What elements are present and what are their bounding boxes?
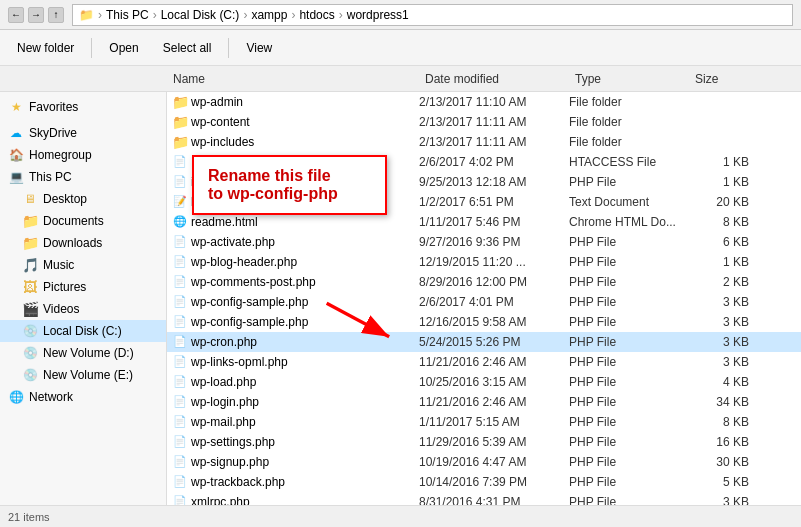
table-row[interactable]: 📄 wp-cron.php 5/24/2015 5:26 PM PHP File…	[167, 332, 801, 352]
col-header-size[interactable]: Size	[689, 66, 759, 92]
sidebar-item-desktop[interactable]: 🖥 Desktop	[0, 188, 166, 210]
file-size: 20 KB	[689, 195, 749, 209]
sidebar-item-network[interactable]: 🌐 Network	[0, 386, 166, 408]
file-date: 11/21/2016 2:46 AM	[419, 395, 569, 409]
file-date: 2/13/2017 11:10 AM	[419, 95, 569, 109]
file-name: wp-signup.php	[189, 455, 419, 469]
sidebar-item-favorites[interactable]: ★ Favorites	[0, 96, 166, 118]
table-row[interactable]: 📁 wp-includes 2/13/2017 11:11 AM File fo…	[167, 132, 801, 152]
table-row[interactable]: 📄 wp-links-opml.php 11/21/2016 2:46 AM P…	[167, 352, 801, 372]
file-date: 2/6/2017 4:02 PM	[419, 155, 569, 169]
sidebar-item-music[interactable]: 🎵 Music	[0, 254, 166, 276]
address-bar[interactable]: 📁 › This PC › Local Disk (C:) › xampp › …	[72, 4, 793, 26]
file-date: 1/2/2017 6:51 PM	[419, 195, 569, 209]
music-folder-icon: 🎵	[22, 257, 38, 273]
table-row[interactable]: 📄 wp-mail.php 1/11/2017 5:15 AM PHP File…	[167, 412, 801, 432]
breadcrumb-localdisk[interactable]: Local Disk (C:)	[161, 8, 240, 22]
sidebar-item-downloads[interactable]: 📁 Downloads	[0, 232, 166, 254]
select-all-button[interactable]: Select all	[154, 35, 221, 61]
desktop-label: Desktop	[43, 192, 87, 206]
table-row[interactable]: 📄 wp-load.php 10/25/2016 3:15 AM PHP Fil…	[167, 372, 801, 392]
file-date: 1/11/2017 5:15 AM	[419, 415, 569, 429]
network-icon: 🌐	[8, 389, 24, 405]
table-row[interactable]: 📄 wp-comments-post.php 8/29/2016 12:00 P…	[167, 272, 801, 292]
file-date: 2/6/2017 4:01 PM	[419, 295, 569, 309]
table-row[interactable]: 📄 xmlrpc.php 8/31/2016 4:31 PM PHP File …	[167, 492, 801, 505]
table-row[interactable]: 📄 wp-blog-header.php 12/19/2015 11:20 ..…	[167, 252, 801, 272]
file-size: 1 KB	[689, 155, 749, 169]
rename-tooltip: Rename this file to wp-config-php	[192, 155, 387, 215]
file-type-text: PHP File	[569, 295, 689, 309]
file-name: wp-settings.php	[189, 435, 419, 449]
table-row[interactable]: 📄 wp-config-sample.php 2/6/2017 4:01 PM …	[167, 292, 801, 312]
file-date: 9/27/2016 9:36 PM	[419, 235, 569, 249]
file-type-text: PHP File	[569, 435, 689, 449]
file-name: wp-admin	[189, 95, 419, 109]
file-name: wp-content	[189, 115, 419, 129]
col-header-date[interactable]: Date modified	[419, 66, 569, 92]
localdisk-c-label: Local Disk (C:)	[43, 324, 122, 338]
table-row[interactable]: 📁 wp-admin 2/13/2017 11:10 AM File folde…	[167, 92, 801, 112]
file-type-icon: 📄	[171, 295, 189, 308]
file-type-text: PHP File	[569, 255, 689, 269]
file-type-text: File folder	[569, 95, 689, 109]
desktop-folder-icon: 🖥	[22, 191, 38, 207]
sidebar-item-pictures[interactable]: 🖼 Pictures	[0, 276, 166, 298]
table-row[interactable]: 🌐 readme.html 1/11/2017 5:46 PM Chrome H…	[167, 212, 801, 232]
up-button[interactable]: ↑	[48, 7, 64, 23]
file-name: wp-trackback.php	[189, 475, 419, 489]
breadcrumb-thispc[interactable]: This PC	[106, 8, 149, 22]
table-row[interactable]: 📄 wp-login.php 11/21/2016 2:46 AM PHP Fi…	[167, 392, 801, 412]
breadcrumb-htdocs[interactable]: htdocs	[299, 8, 334, 22]
toolbar: New folder Open Select all View	[0, 30, 801, 66]
videos-label: Videos	[43, 302, 79, 316]
file-type-text: PHP File	[569, 355, 689, 369]
table-row[interactable]: 📁 wp-content 2/13/2017 11:11 AM File fol…	[167, 112, 801, 132]
file-type-text: PHP File	[569, 335, 689, 349]
sidebar-item-homegroup[interactable]: 🏠 Homegroup	[0, 144, 166, 166]
file-date: 5/24/2015 5:26 PM	[419, 335, 569, 349]
col-header-name[interactable]: Name	[167, 66, 419, 92]
file-size: 30 KB	[689, 455, 749, 469]
table-row[interactable]: 📄 wp-trackback.php 10/14/2016 7:39 PM PH…	[167, 472, 801, 492]
file-type-icon: 📄	[171, 255, 189, 268]
forward-button[interactable]: →	[28, 7, 44, 23]
skydrive-label: SkyDrive	[29, 126, 77, 140]
table-row[interactable]: 📄 wp-signup.php 10/19/2016 4:47 AM PHP F…	[167, 452, 801, 472]
sidebar-item-skydrive[interactable]: ☁ SkyDrive	[0, 122, 166, 144]
documents-folder-icon: 📁	[22, 213, 38, 229]
sidebar-item-newvolume-d[interactable]: 💿 New Volume (D:)	[0, 342, 166, 364]
view-button[interactable]: View	[237, 35, 281, 61]
table-row[interactable]: 📄 wp-config-sample.php 12/16/2015 9:58 A…	[167, 312, 801, 332]
favorites-label: Favorites	[29, 100, 78, 114]
toolbar-separator	[91, 38, 92, 58]
col-header-type[interactable]: Type	[569, 66, 689, 92]
file-size: 3 KB	[689, 495, 749, 506]
statusbar: 21 items	[0, 505, 801, 527]
sidebar-item-documents[interactable]: 📁 Documents	[0, 210, 166, 232]
file-name: wp-activate.php	[189, 235, 419, 249]
sidebar-item-thispc[interactable]: 💻 This PC	[0, 166, 166, 188]
sidebar-item-localdisk-c[interactable]: 💿 Local Disk (C:)	[0, 320, 166, 342]
file-size: 2 KB	[689, 275, 749, 289]
titlebar: ← → ↑ 📁 › This PC › Local Disk (C:) › xa…	[0, 0, 801, 30]
back-button[interactable]: ←	[8, 7, 24, 23]
file-size: 5 KB	[689, 475, 749, 489]
sidebar-item-videos[interactable]: 🎬 Videos	[0, 298, 166, 320]
table-row[interactable]: 📄 wp-activate.php 9/27/2016 9:36 PM PHP …	[167, 232, 801, 252]
file-type-icon: 📄	[171, 375, 189, 388]
file-type-text: PHP File	[569, 275, 689, 289]
breadcrumb-wordpress1[interactable]: wordpress1	[347, 8, 409, 22]
new-folder-button[interactable]: New folder	[8, 35, 83, 61]
file-size: 34 KB	[689, 395, 749, 409]
table-row[interactable]: 📄 wp-settings.php 11/29/2016 5:39 AM PHP…	[167, 432, 801, 452]
breadcrumb-xampp[interactable]: xampp	[251, 8, 287, 22]
open-button[interactable]: Open	[100, 35, 147, 61]
file-date: 10/14/2016 7:39 PM	[419, 475, 569, 489]
file-size: 1 KB	[689, 255, 749, 269]
file-date: 1/11/2017 5:46 PM	[419, 215, 569, 229]
sidebar-item-newvolume-e[interactable]: 💿 New Volume (E:)	[0, 364, 166, 386]
file-type-icon: 📄	[171, 235, 189, 248]
file-size: 3 KB	[689, 355, 749, 369]
toolbar-separator-2	[228, 38, 229, 58]
